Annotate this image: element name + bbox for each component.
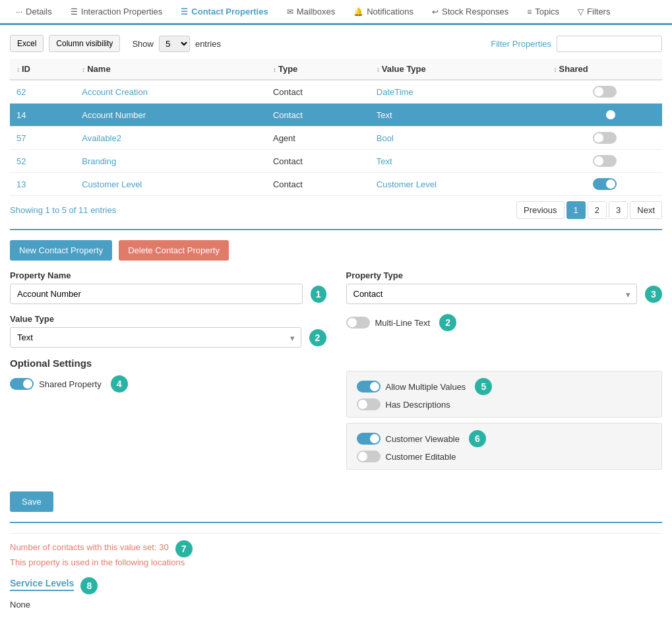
value-type-group: Value Type Text Bool DateTime ▾ 2 <box>10 314 326 348</box>
shared-toggle-1[interactable] <box>593 109 617 121</box>
nav-label-details: Details <box>26 7 52 16</box>
form-left-column: Property Name 1 Value Type Text Bool Dat… <box>10 270 326 475</box>
multiple-values-box: Allow Multiple Values 5 Has Descriptions <box>346 371 663 418</box>
nav-item-stock-responses[interactable]: ↩ Stock Responses <box>423 0 518 25</box>
cell-name: Account Creation <box>75 80 266 104</box>
cell-id: 52 <box>10 150 75 173</box>
table-row[interactable]: 57Available2AgentBool <box>10 127 662 150</box>
col-header-id[interactable]: ↕ID <box>10 59 75 80</box>
mailboxes-icon: ✉ <box>287 7 293 16</box>
customer-editable-row: Customer Editable <box>357 451 652 462</box>
nav-item-interaction-properties[interactable]: ☰ Interaction Properties <box>61 0 172 25</box>
cell-name: Account Number <box>75 104 266 127</box>
cell-name: Available2 <box>75 127 266 150</box>
shared-toggle-0[interactable] <box>593 86 617 98</box>
col-header-name[interactable]: ↕Name <box>75 59 266 80</box>
cell-shared <box>547 173 662 196</box>
badge-5: 5 <box>475 378 492 395</box>
col-header-type[interactable]: ↕Type <box>266 59 370 80</box>
pagination-page-3[interactable]: 3 <box>609 201 628 219</box>
table-row[interactable]: 52BrandingContactText <box>10 150 662 173</box>
nav-item-details[interactable]: ··· Details <box>7 0 61 25</box>
cell-name: Branding <box>75 150 266 173</box>
table-row[interactable]: 62Account CreationContactDateTime <box>10 80 662 104</box>
shared-toggle-2[interactable] <box>593 132 617 144</box>
optional-settings-group: Optional Settings Shared Property 4 <box>10 358 326 392</box>
shared-toggle-3[interactable] <box>593 155 617 167</box>
table-row[interactable]: 14Account NumberContactText <box>10 104 662 127</box>
cell-id: 14 <box>10 104 75 127</box>
entries-label: entries <box>195 39 221 49</box>
section-divider <box>10 229 662 230</box>
form-right-column: Property Type Contact Agent ▾ 3 <box>346 270 663 475</box>
show-entries-select[interactable]: 5 10 25 <box>159 36 190 52</box>
pagination-page-2[interactable]: 2 <box>588 201 607 219</box>
property-type-select[interactable]: Contact Agent <box>346 284 638 304</box>
allow-multiple-toggle[interactable] <box>357 381 381 392</box>
col-header-value-type[interactable]: ↕Value Type <box>370 59 547 80</box>
pagination-page-1[interactable]: 1 <box>566 201 586 219</box>
nav-item-filters[interactable]: ▽ Filters <box>568 0 619 25</box>
filters-icon: ▽ <box>578 7 584 16</box>
service-levels-row: Service Levels 8 <box>10 577 662 594</box>
shared-property-label: Shared Property <box>39 379 102 389</box>
cell-type: Contact <box>266 104 370 127</box>
shared-property-toggle[interactable] <box>10 378 34 390</box>
badge-4: 4 <box>111 375 128 392</box>
property-name-label: Property Name <box>10 270 326 280</box>
table-row[interactable]: 13Customer LevelContactCustomer Level <box>10 173 662 196</box>
badge-6: 6 <box>469 430 486 447</box>
stock-responses-icon: ↩ <box>432 7 439 16</box>
customer-viewable-toggle[interactable] <box>357 433 381 445</box>
save-button[interactable]: Save <box>10 491 53 512</box>
cell-type: Contact <box>266 80 370 104</box>
customer-editable-toggle[interactable] <box>357 451 381 462</box>
filter-properties-input[interactable] <box>557 36 662 52</box>
value-type-select[interactable]: Text Bool DateTime <box>10 327 301 348</box>
service-levels-label: Service Levels <box>10 578 74 591</box>
cell-id: 62 <box>10 80 75 104</box>
property-name-input[interactable] <box>10 284 303 304</box>
pagination-next[interactable]: Next <box>630 201 662 219</box>
nav-item-topics[interactable]: ≡ Topics <box>518 0 568 25</box>
cell-shared <box>547 104 662 127</box>
none-text: None <box>10 600 662 610</box>
pagination-previous[interactable]: Previous <box>516 201 565 219</box>
shared-property-row: Shared Property 4 <box>10 375 326 392</box>
property-form: Property Name 1 Value Type Text Bool Dat… <box>10 270 662 475</box>
badge-7: 7 <box>175 540 193 557</box>
col-header-shared[interactable]: ↕Shared <box>547 59 662 80</box>
nav-item-contact-properties[interactable]: ☰ Contact Properties <box>171 0 277 25</box>
topics-icon: ≡ <box>527 7 532 16</box>
badge-3: 3 <box>645 286 662 303</box>
badge-8: 8 <box>80 577 98 594</box>
multiline-text-toggle[interactable] <box>346 317 370 329</box>
nav-item-mailboxes[interactable]: ✉ Mailboxes <box>278 0 345 25</box>
optional-settings-right: Allow Multiple Values 5 Has Descriptions <box>346 371 663 470</box>
contact-properties-table: ↕ID ↕Name ↕Type ↕Value Type ↕Shared 62Ac… <box>10 59 662 196</box>
customer-editable-label: Customer Editable <box>386 452 456 462</box>
allow-multiple-row: Allow Multiple Values 5 <box>357 378 652 395</box>
badge-2-value: 2 <box>309 329 326 346</box>
cell-type: Contact <box>266 173 370 196</box>
contacts-count-row: Number of contacts with this value set: … <box>10 540 662 557</box>
has-descriptions-toggle[interactable] <box>357 398 381 410</box>
property-type-group: Property Type Contact Agent ▾ 3 <box>346 270 663 304</box>
cell-id: 13 <box>10 173 75 196</box>
nav-item-notifications[interactable]: 🔔 Notifications <box>344 0 423 25</box>
new-contact-property-button[interactable]: New Contact Property <box>10 240 112 261</box>
has-descriptions-label: Has Descriptions <box>386 400 450 410</box>
multiline-text-row: Multi-Line Text 2 <box>346 314 663 331</box>
badge-2-multiline: 2 <box>439 314 456 331</box>
delete-contact-property-button[interactable]: Delete Contact Property <box>119 240 229 261</box>
used-in-text: This property is used in the following l… <box>10 557 662 567</box>
nav-label-topics: Topics <box>535 7 559 16</box>
excel-button[interactable]: Excel <box>10 35 44 52</box>
column-visibility-button[interactable]: Column visibility <box>49 35 120 52</box>
filter-properties-label: Filter Properties <box>491 39 551 49</box>
customer-viewable-box: Customer Viewable 6 Customer Editable <box>346 423 663 470</box>
pagination: Previous 1 2 3 Next <box>516 201 662 219</box>
bottom-section: Number of contacts with this value set: … <box>10 533 662 610</box>
shared-toggle-4[interactable] <box>593 178 617 190</box>
cell-value-type: Bool <box>370 127 547 150</box>
